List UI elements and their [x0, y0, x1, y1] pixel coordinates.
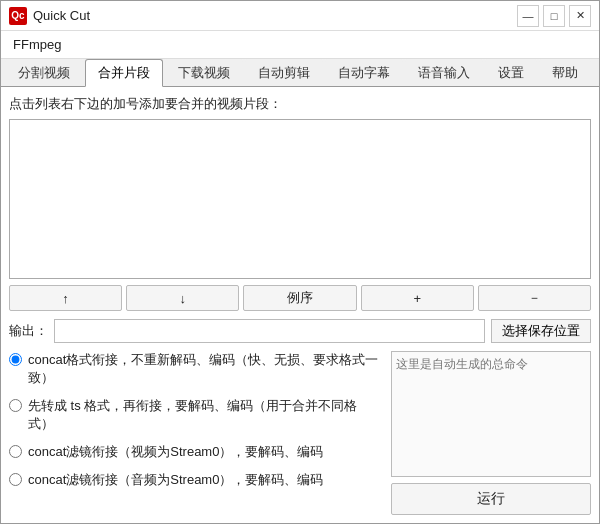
window-title: Quick Cut	[33, 8, 517, 23]
radio-label-1: 先转成 ts 格式，再衔接，要解码、编码（用于合并不同格式）	[28, 397, 383, 433]
content-area: 点击列表右下边的加号添加要合并的视频片段： ↑ ↓ 例序 + － 输出： 选择保…	[1, 87, 599, 523]
radio-ts-format[interactable]	[9, 399, 22, 412]
file-list[interactable]	[9, 119, 591, 279]
output-input[interactable]	[54, 319, 485, 343]
tab-download-video[interactable]: 下载视频	[165, 59, 243, 86]
tab-merge-segment[interactable]: 合并片段	[85, 59, 163, 87]
output-row: 输出： 选择保存位置	[9, 319, 591, 343]
output-label: 输出：	[9, 322, 48, 340]
tab-auto-edit[interactable]: 自动剪辑	[245, 59, 323, 86]
tab-voice-input[interactable]: 语音输入	[405, 59, 483, 86]
tab-help[interactable]: 帮助	[539, 59, 591, 86]
radio-label-3: concat滤镜衔接（音频为Stream0），要解码、编码	[28, 471, 323, 489]
move-up-button[interactable]: ↑	[9, 285, 122, 311]
radio-item-0[interactable]: concat格式衔接，不重新解码、编码（快、无损、要求格式一致）	[9, 351, 383, 387]
order-button[interactable]: 例序	[243, 285, 356, 311]
add-button[interactable]: +	[361, 285, 474, 311]
minimize-button[interactable]: —	[517, 5, 539, 27]
radio-label-0: concat格式衔接，不重新解码、编码（快、无损、要求格式一致）	[28, 351, 383, 387]
radio-label-2: concat滤镜衔接（视频为Stream0），要解码、编码	[28, 443, 323, 461]
window-controls: — □ ✕	[517, 5, 591, 27]
radio-item-3[interactable]: concat滤镜衔接（音频为Stream0），要解码、编码	[9, 471, 383, 489]
radio-item-2[interactable]: concat滤镜衔接（视频为Stream0），要解码、编码	[9, 443, 383, 461]
cmd-textarea[interactable]	[391, 351, 591, 477]
tab-auto-subtitle[interactable]: 自动字幕	[325, 59, 403, 86]
app-icon: Qc	[9, 7, 27, 25]
hint-text: 点击列表右下边的加号添加要合并的视频片段：	[9, 95, 591, 113]
maximize-button[interactable]: □	[543, 5, 565, 27]
move-down-button[interactable]: ↓	[126, 285, 239, 311]
radio-filter-audio[interactable]	[9, 473, 22, 486]
toolbar-row: ↑ ↓ 例序 + －	[9, 285, 591, 311]
run-button[interactable]: 运行	[391, 483, 591, 515]
main-window: Qc Quick Cut — □ ✕ FFmpeg 分割视频 合并片段 下载视频…	[0, 0, 600, 524]
tab-split-video[interactable]: 分割视频	[5, 59, 83, 86]
menu-item-ffmpeg[interactable]: FFmpeg	[5, 34, 69, 55]
radio-filter-video[interactable]	[9, 445, 22, 458]
main-area: concat格式衔接，不重新解码、编码（快、无损、要求格式一致） 先转成 ts …	[9, 351, 591, 515]
tab-settings[interactable]: 设置	[485, 59, 537, 86]
cmd-col: 运行	[391, 351, 591, 515]
radio-options: concat格式衔接，不重新解码、编码（快、无损、要求格式一致） 先转成 ts …	[9, 351, 383, 515]
remove-button[interactable]: －	[478, 285, 591, 311]
close-button[interactable]: ✕	[569, 5, 591, 27]
tab-bar: 分割视频 合并片段 下载视频 自动剪辑 自动字幕 语音输入 设置 帮助	[1, 59, 599, 87]
radio-concat-format[interactable]	[9, 353, 22, 366]
title-bar: Qc Quick Cut — □ ✕	[1, 1, 599, 31]
browse-button[interactable]: 选择保存位置	[491, 319, 591, 343]
menu-bar: FFmpeg	[1, 31, 599, 59]
radio-item-1[interactable]: 先转成 ts 格式，再衔接，要解码、编码（用于合并不同格式）	[9, 397, 383, 433]
